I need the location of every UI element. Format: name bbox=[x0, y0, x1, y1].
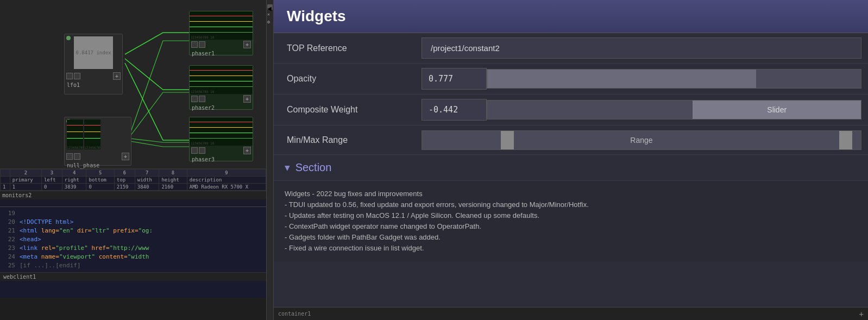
monitors-col-7: 7 bbox=[135, 170, 159, 177]
node-phaser2[interactable]: 123456789 10 + phaser2 bbox=[189, 65, 253, 110]
p2-plus[interactable]: + bbox=[243, 95, 251, 103]
null-ctrl-plus[interactable]: + bbox=[122, 153, 129, 160]
desc-line-1: Widgets - 2022 bug fixes and improvement… bbox=[285, 189, 857, 199]
monitors-cell-height: height bbox=[159, 177, 187, 184]
phaser3-label: phaser3 bbox=[190, 155, 253, 164]
composite-weight-slider[interactable]: Slider bbox=[487, 100, 861, 120]
section-row: ▼ Section bbox=[274, 155, 868, 181]
opacity-slider-fill bbox=[487, 70, 756, 88]
code-conditional: [if ...]..[endif] bbox=[20, 262, 81, 269]
code-line-21: 21 <html lang="en" dir="ltr" prefix="og: bbox=[4, 227, 262, 235]
phaser3-graph: 123456789 10 bbox=[190, 117, 253, 146]
null-phase-label: null_phase bbox=[65, 161, 131, 170]
sep-btn-2[interactable]: ✕ bbox=[267, 12, 273, 17]
code-attr: name= bbox=[41, 253, 59, 260]
code-line-19: 19 bbox=[4, 209, 262, 218]
prop-row-min-max-range: Min/Max Range Range bbox=[274, 126, 868, 155]
code-val: "http://www bbox=[110, 244, 149, 252]
range-label: Range bbox=[422, 136, 861, 145]
monitors-cell-val7: 2160 bbox=[159, 184, 187, 191]
monitors-col-3: 3 bbox=[41, 170, 62, 177]
add-button[interactable]: + bbox=[859, 310, 864, 318]
opacity-value-area: 0.777 bbox=[415, 64, 868, 94]
line-num: 22 bbox=[4, 235, 15, 244]
code-tag: <link bbox=[20, 244, 37, 252]
monitors-cell-val4: 0 bbox=[86, 184, 114, 191]
monitors-cell-val8: AMD Radeon RX 5700 X bbox=[187, 184, 266, 191]
p2-ctrl-2[interactable] bbox=[199, 96, 205, 102]
monitors-col-5: 5 bbox=[86, 170, 114, 177]
node-graph: 0.8417 index + lfo1 12345678910 bbox=[0, 0, 266, 168]
code-attr: lang= bbox=[41, 227, 59, 234]
line-num: 25 bbox=[4, 261, 15, 270]
section-chevron-icon[interactable]: ▼ bbox=[285, 162, 290, 173]
line-num: 23 bbox=[4, 244, 15, 253]
code-tag: <head> bbox=[20, 236, 41, 243]
range-track[interactable]: Range bbox=[422, 130, 861, 150]
code-tag: <!DOCTYPE html> bbox=[20, 218, 73, 225]
node-ctrl-btn-1[interactable] bbox=[66, 73, 73, 79]
monitors-col-9: 9 bbox=[187, 170, 266, 177]
composite-weight-value-area: -0.442 Slider bbox=[415, 95, 868, 125]
code-attr: dir= bbox=[77, 227, 92, 234]
top-reference-label: TOP Reference bbox=[274, 43, 415, 53]
prop-row-top-reference: TOP Reference /project1/constant2 bbox=[274, 33, 868, 64]
monitors-row-2: 1 1 0 3839 0 2159 3840 2160 AMD Radeon R… bbox=[1, 184, 266, 191]
opacity-slider[interactable] bbox=[487, 69, 861, 89]
code-text: <link rel="profile" href="http://www bbox=[20, 244, 149, 253]
monitors-cell-width: width bbox=[135, 177, 159, 184]
p3-plus[interactable]: + bbox=[243, 147, 251, 154]
properties-area: TOP Reference /project1/constant2 Opacit… bbox=[274, 33, 868, 307]
monitors-col-empty bbox=[1, 170, 10, 177]
section-label: Section bbox=[295, 161, 332, 174]
top-reference-value[interactable]: /project1/constant2 bbox=[422, 37, 861, 59]
left-panel: 0.8417 index + lfo1 12345678910 bbox=[0, 0, 266, 320]
desc-line-6: - Fixed a wire connection issue in list … bbox=[285, 243, 857, 254]
min-max-range-label: Min/Max Range bbox=[274, 135, 415, 145]
code-val: "og: bbox=[139, 227, 153, 234]
node-null-phase[interactable]: 12345678910 12345678910 + null_phase bbox=[64, 117, 131, 166]
p3-ctrl-2[interactable] bbox=[199, 147, 205, 154]
range-right-handle[interactable] bbox=[839, 131, 852, 149]
monitors-cell-primary: primary bbox=[10, 177, 41, 184]
monitors-panel: 2 3 4 5 6 7 8 9 primary left bbox=[0, 168, 266, 206]
p3-ctrl-1[interactable] bbox=[191, 147, 198, 154]
line-num: 21 bbox=[4, 227, 15, 235]
desc-line-5: - Gadgets folder with PathBar Gadget was… bbox=[285, 232, 857, 243]
p2-ctrl-1[interactable] bbox=[191, 96, 198, 102]
monitors-cell-left: left bbox=[41, 177, 62, 184]
code-tag: <html bbox=[20, 227, 37, 234]
composite-weight-label: Composite Weight bbox=[274, 105, 415, 115]
code-line-24: 24 <meta name="viewport" content="width bbox=[4, 253, 262, 261]
line-num: 19 bbox=[4, 209, 15, 218]
monitors-label: monitors2 bbox=[0, 191, 266, 199]
phaser1-graph: 123456789 10 bbox=[190, 11, 253, 40]
code-text: [if ...]..[endif] bbox=[20, 261, 81, 270]
monitors-cell-desc: description bbox=[187, 177, 266, 184]
monitors-table: 2 3 4 5 6 7 8 9 primary left bbox=[0, 169, 266, 191]
composite-weight-slider-thumb: Slider bbox=[693, 101, 861, 119]
p1-plus[interactable]: + bbox=[243, 41, 251, 48]
null-ctrl-1[interactable] bbox=[66, 153, 73, 160]
code-val: "viewport" bbox=[59, 253, 95, 260]
composite-weight-number[interactable]: -0.442 bbox=[422, 99, 487, 121]
desc-line-4: - ContextPath widget operator name chang… bbox=[285, 221, 857, 232]
opacity-number[interactable]: 0.777 bbox=[422, 68, 487, 90]
null-ctrl-2[interactable] bbox=[74, 153, 80, 160]
widgets-header: Widgets bbox=[274, 0, 868, 33]
node-lfo[interactable]: 0.8417 index + lfo1 bbox=[64, 34, 123, 95]
node-phaser1[interactable]: 123456789 10 + phaser1 bbox=[189, 11, 253, 55]
monitors-cell-val2: 0 bbox=[41, 184, 62, 191]
code-panel[interactable]: 19 20 <!DOCTYPE html> 21 <html lang="en"… bbox=[0, 206, 266, 298]
node-phaser3[interactable]: 123456789 10 + phaser3 bbox=[189, 117, 253, 161]
code-val: "ltr" bbox=[92, 227, 110, 234]
code-content: 19 20 <!DOCTYPE html> 21 <html lang="en"… bbox=[0, 207, 266, 272]
node-ctrl-btn-2[interactable] bbox=[74, 73, 80, 79]
p1-ctrl-2[interactable] bbox=[199, 41, 205, 48]
node-ctrl-plus[interactable]: + bbox=[113, 72, 121, 80]
sep-btn-1[interactable]: ◀ bbox=[267, 4, 273, 10]
desc-line-2: - TDUI updated to 0.56, fixed update and… bbox=[285, 199, 857, 210]
sep-btn-3[interactable]: ⚙ bbox=[267, 20, 273, 25]
p1-ctrl-1[interactable] bbox=[191, 41, 198, 48]
code-line-23: 23 <link rel="profile" href="http://www bbox=[4, 244, 262, 253]
